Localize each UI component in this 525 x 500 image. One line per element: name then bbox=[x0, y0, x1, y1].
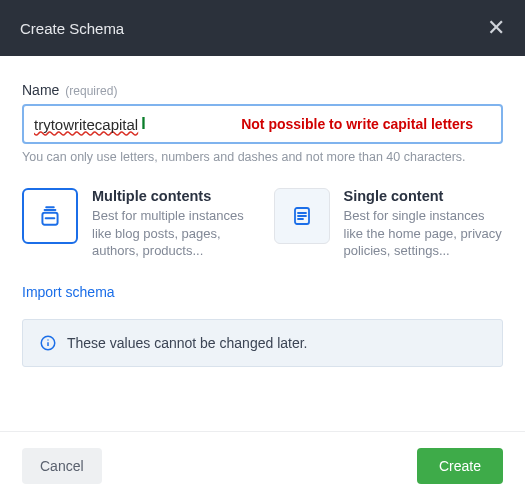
alert-banner: These values cannot be changed later. bbox=[22, 319, 503, 367]
required-hint: (required) bbox=[65, 84, 117, 98]
schema-type-options: Multiple contents Best for multiple inst… bbox=[22, 188, 503, 260]
option-title: Multiple contents bbox=[92, 188, 252, 204]
cancel-button[interactable]: Cancel bbox=[22, 448, 102, 484]
stack-icon bbox=[22, 188, 78, 244]
annotation-text: Not possible to write capital letters bbox=[241, 116, 473, 132]
page-icon bbox=[274, 188, 330, 244]
close-icon[interactable]: ✕ bbox=[487, 15, 505, 41]
alert-text: These values cannot be changed later. bbox=[67, 335, 308, 351]
name-label-row: Name (required) bbox=[22, 82, 503, 98]
option-multiple-text: Multiple contents Best for multiple inst… bbox=[92, 188, 252, 260]
text-cursor-icon: I bbox=[141, 115, 145, 133]
svg-point-4 bbox=[47, 339, 48, 340]
option-desc: Best for multiple instances like blog po… bbox=[92, 207, 252, 260]
option-desc: Best for single instances like the home … bbox=[344, 207, 504, 260]
name-hint: You can only use letters, numbers and da… bbox=[22, 150, 503, 164]
create-button[interactable]: Create bbox=[417, 448, 503, 484]
option-title: Single content bbox=[344, 188, 504, 204]
info-icon bbox=[39, 334, 57, 352]
option-multiple-contents[interactable]: Multiple contents Best for multiple inst… bbox=[22, 188, 252, 260]
option-single-text: Single content Best for single instances… bbox=[344, 188, 504, 260]
import-schema-link[interactable]: Import schema bbox=[22, 284, 115, 300]
name-label: Name bbox=[22, 82, 59, 98]
modal-title: Create Schema bbox=[20, 20, 124, 37]
name-input[interactable]: trytowritecapital I Not possible to writ… bbox=[22, 104, 503, 144]
modal-header: Create Schema ✕ bbox=[0, 0, 525, 56]
name-input-value: trytowritecapital bbox=[34, 116, 138, 133]
modal-body: Name (required) trytowritecapital I Not … bbox=[0, 56, 525, 377]
modal-footer: Cancel Create bbox=[0, 431, 525, 500]
option-single-content[interactable]: Single content Best for single instances… bbox=[274, 188, 504, 260]
